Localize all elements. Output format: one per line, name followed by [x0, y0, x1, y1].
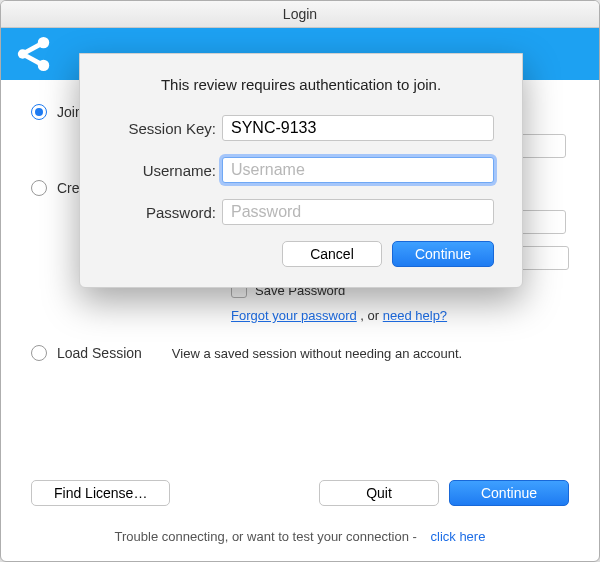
links-separator: , or	[357, 308, 383, 323]
auth-modal-buttons: Cancel Continue	[108, 241, 494, 267]
auth-password-label: Password:	[108, 204, 216, 221]
auth-password-row: Password:	[108, 199, 494, 225]
session-key-input[interactable]	[222, 115, 494, 141]
footer: Trouble connecting, or want to test your…	[1, 529, 599, 544]
forgot-password-link[interactable]: Forgot your password	[231, 308, 357, 323]
load-session-row: Load Session View a saved session withou…	[31, 345, 569, 361]
login-window: Login Join Create Password:	[0, 0, 600, 562]
help-links-row: Forgot your password , or need help?	[231, 308, 569, 323]
username-label: Username:	[108, 162, 216, 179]
load-session-desc: View a saved session without needing an …	[172, 346, 462, 361]
create-radio[interactable]	[31, 180, 47, 196]
quit-button[interactable]: Quit	[319, 480, 439, 506]
join-radio[interactable]	[31, 104, 47, 120]
username-row: Username:	[108, 157, 494, 183]
session-key-label: Session Key:	[108, 120, 216, 137]
auth-modal-title: This review requires authentication to j…	[108, 76, 494, 93]
session-key-row: Session Key:	[108, 115, 494, 141]
auth-cancel-button[interactable]: Cancel	[282, 241, 382, 267]
auth-password-input[interactable]	[222, 199, 494, 225]
username-input[interactable]	[222, 157, 494, 183]
find-license-button[interactable]: Find License…	[31, 480, 170, 506]
need-help-link[interactable]: need help?	[383, 308, 447, 323]
load-session-label: Load Session	[57, 345, 142, 361]
footer-text: Trouble connecting, or want to test your…	[115, 529, 417, 544]
load-session-radio[interactable]	[31, 345, 47, 361]
footer-link[interactable]: click here	[431, 529, 486, 544]
auth-continue-button[interactable]: Continue	[392, 241, 494, 267]
bottom-button-bar: Find License… Quit Continue	[31, 480, 569, 506]
app-logo-icon	[15, 35, 53, 73]
auth-modal: This review requires authentication to j…	[79, 53, 523, 288]
window-title: Login	[1, 1, 599, 28]
continue-button[interactable]: Continue	[449, 480, 569, 506]
